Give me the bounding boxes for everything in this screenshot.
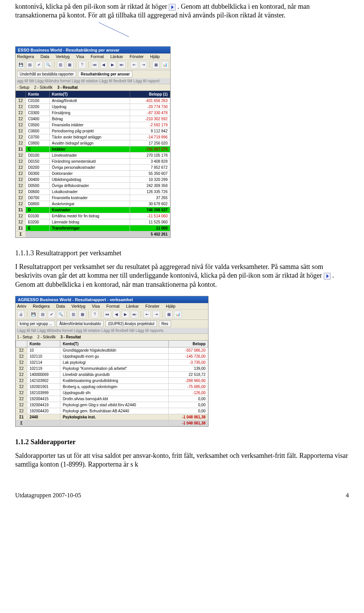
- result-table[interactable]: Konto Konto(T) Belopp (1) Σ2C0100Anslag/…: [16, 91, 170, 237]
- subtab-resultat[interactable]: 3 - Resultat: [57, 85, 78, 90]
- search-icon[interactable]: 🔍: [44, 61, 52, 69]
- table-row[interactable]: Σ5 402 261: [16, 231, 170, 237]
- tab-res[interactable]: Res: [159, 321, 171, 327]
- table-row[interactable]: Σ2D0300Doktorander55 350 607: [16, 170, 170, 176]
- next-icon[interactable]: ▶: [122, 311, 129, 318]
- table-row[interactable]: Σ2C0600Periodisering påg projekt9 112 84…: [16, 128, 170, 134]
- table-row[interactable]: Σ-1 048 061,38: [16, 420, 208, 426]
- book-icon[interactable]: ▤: [26, 61, 34, 69]
- tool-b-icon[interactable]: ▦: [78, 311, 86, 318]
- tab-resultatrakning[interactable]: Resultaträkning per ansvar: [78, 71, 132, 77]
- next-icon[interactable]: ▶: [109, 61, 116, 69]
- tool-b-icon[interactable]: ▦: [66, 61, 74, 69]
- tool-a-icon[interactable]: ▥: [57, 61, 64, 69]
- col-belopp[interactable]: Belopp: [169, 340, 208, 347]
- menu-redigera[interactable]: Redigera: [33, 304, 50, 308]
- table-row[interactable]: Σ2D0400Utbildningsbidrag10 320 299: [16, 176, 170, 182]
- print-icon[interactable]: 🖨: [17, 311, 25, 318]
- field-bar[interactable]: agg till fält Lägg till/ändra formel Läg…: [16, 78, 170, 84]
- grid-icon[interactable]: ▦: [165, 311, 173, 318]
- table-row[interactable]: Σ1DKostnader746 398 537: [16, 207, 170, 213]
- subtab-setup[interactable]: - Setup: [17, 85, 29, 90]
- table-row[interactable]: Σ2C0100Anslag/förskott-431 656 263: [16, 97, 170, 104]
- menu-lankar[interactable]: Länkar: [126, 304, 139, 308]
- last-icon[interactable]: ⏭: [118, 61, 126, 69]
- table-row[interactable]: Σ210Grundläggande högskoleutbildn-557 08…: [16, 347, 208, 353]
- table-row[interactable]: Σ2D0500Övriga driftskostnader242 309 358: [16, 182, 170, 189]
- col-konto[interactable]: Konto: [26, 91, 50, 97]
- chart-icon[interactable]: 📊: [161, 61, 169, 69]
- table-row[interactable]: Σ2D0100Lönekostnader270 105 178: [16, 152, 170, 158]
- check-icon[interactable]: ✔: [35, 61, 43, 69]
- table-row[interactable]: Σ2C0800Avsättn bidragsf anläggn17 256 02…: [16, 140, 170, 146]
- col-konto[interactable]: Konto: [27, 340, 60, 347]
- subtab-setup[interactable]: 1 - Setup: [17, 335, 33, 339]
- table-row[interactable]: Σ2D0200Övriga personalkostnader7 852 672: [16, 164, 170, 170]
- col-kontot[interactable]: Konto(T): [60, 340, 169, 347]
- table-row[interactable]: Σ2C0200Uppdrag-20 774 730: [16, 104, 170, 110]
- search-icon[interactable]: 🔍: [57, 311, 64, 318]
- first-icon[interactable]: ⏮: [91, 61, 99, 69]
- table-row[interactable]: Σ2182001901Broberg a, uppdrag odontologe…: [16, 384, 208, 390]
- help-icon[interactable]: ?: [91, 311, 99, 318]
- table-row[interactable]: Σ2102110Uppdragsutb inom gu-145 726,00: [16, 353, 208, 359]
- chart-icon[interactable]: 📊: [174, 311, 182, 318]
- table-row[interactable]: Σ2C0400Bidrag-210 302 592: [16, 116, 170, 122]
- save-icon[interactable]: 💾: [17, 61, 25, 69]
- menu-hjalp[interactable]: Hjälp: [166, 304, 176, 308]
- menu-visa[interactable]: Visa: [92, 304, 100, 308]
- menu-fonster[interactable]: Fönster: [145, 304, 159, 308]
- table-row[interactable]: Σ2140000069Lönebidr anställda grundutb22…: [16, 371, 208, 377]
- table-row[interactable]: Σ2D0600Lokalkostnader126 335 726: [16, 189, 170, 195]
- subtab-sokvillk[interactable]: 2 - Sökvillk: [34, 85, 52, 90]
- tool-a-icon[interactable]: ▥: [69, 311, 77, 318]
- table-row[interactable]: Σ2182103999Uppdragsutb sfn-126,00: [16, 390, 208, 396]
- menu-format[interactable]: Format: [91, 54, 104, 59]
- col-sigma[interactable]: [16, 340, 27, 347]
- indent-left-icon[interactable]: ⇤: [130, 61, 138, 69]
- table-row[interactable]: Σ2D0700Finansiella kostnader37 265: [16, 195, 170, 201]
- table-row[interactable]: Σ2D0150Förändring semesterskuld3 408 828: [16, 158, 170, 164]
- subtab-resultat[interactable]: 3 - Resultat: [61, 335, 81, 339]
- help-icon[interactable]: ?: [78, 61, 86, 69]
- menu-hjalp[interactable]: Hjälp: [150, 54, 160, 59]
- table-row[interactable]: Σ2E0100Erhållna medel för fin bidrag-11 …: [16, 213, 170, 219]
- book-icon[interactable]: ▤: [39, 311, 46, 318]
- grid-icon[interactable]: ▦: [152, 61, 160, 69]
- table-row[interactable]: Σ2102119Psykologi "Kommunikation på arbe…: [16, 365, 208, 371]
- last-icon[interactable]: ⏭: [131, 311, 138, 318]
- table-row[interactable]: Σ2192004415Drottn.silvias barnsjukh.kbt0…: [16, 396, 208, 402]
- menu-verktyg[interactable]: Verktyg: [56, 54, 70, 59]
- table-row[interactable]: Σ2C0300Försäljning-87 330 478: [16, 110, 170, 116]
- prev-icon[interactable]: ◀: [100, 61, 108, 69]
- table-row[interactable]: Σ1CIntäkter-741 007 275: [16, 146, 170, 152]
- table-row[interactable]: Σ2E0200Lämnade bidrag11 525 060: [16, 219, 170, 225]
- indent-left-icon[interactable]: ⇤: [143, 311, 151, 318]
- table-row[interactable]: Σ12440Psykologiska inst.-1 048 061,38: [16, 414, 208, 420]
- prev-icon[interactable]: ◀: [113, 311, 120, 318]
- table-row[interactable]: Σ2192004419Psykologi.gem Gbg:s stad utbi…: [16, 402, 208, 408]
- menu-visa[interactable]: Visa: [76, 54, 84, 59]
- table-row[interactable]: Σ2C0500Finansiella intäkter-2 592 179: [16, 122, 170, 128]
- menu-data[interactable]: Data: [56, 304, 65, 308]
- tab-underhall[interactable]: Underhåll av beställda rapporter: [17, 71, 76, 77]
- col-kontot[interactable]: Konto(T): [49, 91, 130, 97]
- tab-gupr2[interactable]: (GUPR2) Analys projektslut: [105, 321, 157, 327]
- table-row[interactable]: Σ2D0800Avskrivningar30 678 602: [16, 201, 170, 207]
- table-row[interactable]: Σ2C0700Täckn avskr bidragsf anläggn-14 7…: [16, 134, 170, 140]
- check-icon[interactable]: ✔: [48, 311, 55, 318]
- menubar-2[interactable]: Arkiv Redigera Data Verktyg Visa Format …: [16, 303, 208, 310]
- result-table-2[interactable]: Konto Konto(T) Belopp Σ210Grundläggande …: [16, 340, 208, 426]
- menu-arkiv[interactable]: Arkiv: [17, 304, 26, 308]
- col-belopp[interactable]: Belopp (1): [130, 91, 170, 97]
- menu-data[interactable]: Data: [41, 54, 49, 59]
- table-row[interactable]: Σ2192004420Psykologi gem. Bohushälsan AB…: [16, 408, 208, 414]
- save-icon[interactable]: 💾: [30, 311, 37, 318]
- tab-kning[interactable]: kning per vgrupp ...: [17, 321, 55, 327]
- table-row[interactable]: Σ1ETransfereringar11 000: [16, 225, 170, 231]
- tab-alders[interactable]: Åldersfördelat kundsaldo: [56, 321, 104, 327]
- subtab-sokvillk[interactable]: 2 - Sökvillk: [37, 335, 55, 339]
- table-row[interactable]: Σ2102114Lak psykologi-3 735,00: [16, 359, 208, 365]
- field-bar-2[interactable]: Lägg till fält Lägg till/ändra formel Lä…: [16, 328, 208, 334]
- menu-format[interactable]: Format: [107, 304, 120, 308]
